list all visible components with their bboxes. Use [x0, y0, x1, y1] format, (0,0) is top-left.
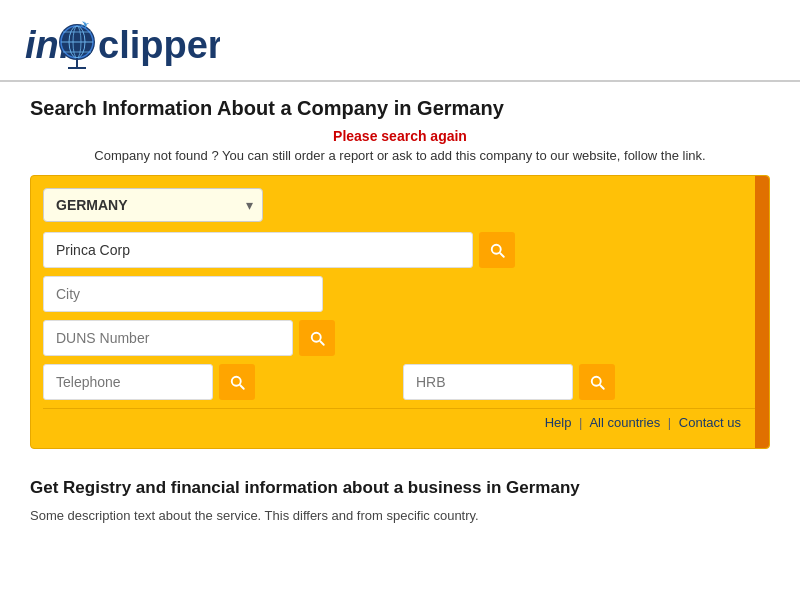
- all-countries-link[interactable]: All countries: [589, 415, 660, 430]
- telephone-search-button[interactable]: [219, 364, 255, 400]
- error-message: Please search again: [30, 128, 770, 144]
- hrb-search-button[interactable]: [579, 364, 615, 400]
- page-title: Search Information About a Company in Ge…: [30, 97, 770, 120]
- telephone-input[interactable]: [43, 364, 213, 400]
- hrb-input[interactable]: [403, 364, 573, 400]
- main-content: Search Information About a Company in Ge…: [0, 82, 800, 464]
- country-select[interactable]: GERMANY FRANCE SPAIN ITALY UK: [43, 188, 263, 222]
- header: info ✈ clipper: [0, 0, 800, 82]
- svg-text:clipper: clipper: [98, 24, 220, 66]
- search-icon-duns: [308, 329, 326, 347]
- city-input[interactable]: [43, 276, 323, 312]
- separator-2: |: [668, 415, 671, 430]
- country-row: GERMANY FRANCE SPAIN ITALY UK: [43, 188, 757, 222]
- search-icon-hrb: [588, 373, 606, 391]
- search-icon: [488, 241, 506, 259]
- search-form: GERMANY FRANCE SPAIN ITALY UK: [30, 175, 770, 449]
- logo-svg: info ✈ clipper: [20, 10, 220, 75]
- duns-input[interactable]: [43, 320, 293, 356]
- search-icon-tel: [228, 373, 246, 391]
- separator-1: |: [579, 415, 582, 430]
- bottom-description: Some description text about the service.…: [30, 506, 770, 526]
- company-name-row: [43, 232, 757, 268]
- company-search-button[interactable]: [479, 232, 515, 268]
- bottom-section: Get Registry and financial information a…: [0, 464, 800, 536]
- footer-links: Help | All countries | Contact us: [43, 408, 757, 436]
- duns-search-button[interactable]: [299, 320, 335, 356]
- telephone-group: [43, 364, 397, 400]
- bottom-title: Get Registry and financial information a…: [30, 478, 770, 498]
- help-link[interactable]: Help: [545, 415, 572, 430]
- logo: info ✈ clipper: [20, 10, 220, 75]
- city-row: [43, 276, 757, 312]
- contact-link[interactable]: Contact us: [679, 415, 741, 430]
- company-name-input[interactable]: [43, 232, 473, 268]
- country-select-wrapper[interactable]: GERMANY FRANCE SPAIN ITALY UK: [43, 188, 263, 222]
- hrb-group: [403, 364, 757, 400]
- tel-hrb-row: [43, 364, 757, 400]
- duns-row: [43, 320, 757, 356]
- info-message: Company not found ? You can still order …: [30, 148, 770, 163]
